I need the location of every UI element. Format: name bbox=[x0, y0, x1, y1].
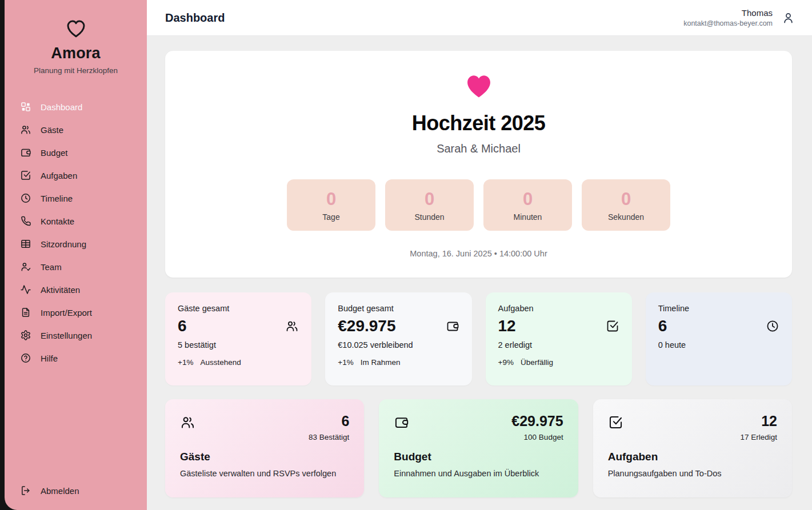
sidebar-item-dashboard[interactable]: Dashboard bbox=[5, 95, 147, 118]
file-text-icon bbox=[20, 307, 31, 318]
feature-description: Gästeliste verwalten und RSVPs verfolgen bbox=[180, 469, 349, 478]
check-square-icon bbox=[606, 319, 619, 333]
sidebar-item-hilfe[interactable]: Hilfe bbox=[5, 347, 147, 370]
sidebar-item-sitzordnung[interactable]: Sitzordnung bbox=[5, 232, 147, 255]
user-check-icon bbox=[20, 261, 31, 272]
stat-card-gaeste: Gäste gesamt 6 5 bestätigt +1%Ausstehend bbox=[165, 292, 311, 385]
feature-card-budget[interactable]: €29.975 100 Budget Budget Einnahmen und … bbox=[379, 399, 578, 497]
user-icon bbox=[782, 11, 795, 25]
countdown-value: 0 bbox=[523, 189, 533, 210]
sidebar-item-aktivitaeten[interactable]: Aktivitäten bbox=[5, 278, 147, 301]
clock-icon bbox=[20, 192, 31, 204]
sidebar: Amora Planung mit Herzklopfen Dashboard … bbox=[5, 0, 147, 510]
feature-card-gaeste[interactable]: 6 83 Bestätigt Gäste Gästeliste verwalte… bbox=[165, 399, 364, 497]
stat-label: Timeline bbox=[658, 304, 779, 313]
brand-name: Amora bbox=[5, 45, 147, 62]
sidebar-item-label: Team bbox=[41, 262, 62, 272]
sidebar-item-label: Aktivitäten bbox=[41, 285, 80, 295]
countdown-hours: 0 Stunden bbox=[385, 179, 474, 231]
sidebar-item-einstellungen[interactable]: Einstellungen bbox=[5, 324, 147, 347]
sidebar-item-kontakte[interactable]: Kontakte bbox=[5, 210, 147, 232]
sidebar-item-budget[interactable]: Budget bbox=[5, 141, 147, 164]
countdown-label: Minuten bbox=[514, 212, 542, 222]
stat-delta-label: Im Rahmen bbox=[361, 358, 401, 367]
wallet-icon bbox=[446, 319, 459, 333]
gear-icon bbox=[20, 330, 31, 341]
stat-delta-pct: +1% bbox=[338, 358, 353, 367]
feature-value: 12 bbox=[740, 413, 777, 429]
stat-sub: €10.025 verbleibend bbox=[338, 340, 459, 350]
stat-sub: 2 erledigt bbox=[498, 340, 619, 350]
user-menu[interactable]: Thomas kontakt@thomas-beyer.com bbox=[683, 8, 795, 27]
countdown-seconds: 0 Sekunden bbox=[582, 179, 670, 231]
check-square-icon bbox=[20, 170, 31, 181]
stat-label: Gäste gesamt bbox=[178, 304, 299, 313]
stat-sub: 5 bestätigt bbox=[178, 340, 299, 350]
feature-cards-row: 6 83 Bestätigt Gäste Gästeliste verwalte… bbox=[165, 399, 792, 497]
table-icon bbox=[20, 238, 31, 250]
wedding-datetime: Montag, 16. Juni 2025 • 14:00:00 Uhr bbox=[177, 249, 781, 258]
stat-delta: +1%Im Rahmen bbox=[338, 358, 459, 367]
check-square-icon bbox=[608, 415, 623, 430]
sidebar-item-label: Gäste bbox=[41, 125, 63, 135]
feature-sub: 100 Budget bbox=[511, 433, 563, 441]
feature-sub: 17 Erledigt bbox=[740, 433, 777, 441]
stat-value: 12 bbox=[498, 317, 516, 335]
sidebar-nav: Dashboard Gäste Budget Aufgaben Timeline… bbox=[5, 95, 147, 370]
stat-value: 6 bbox=[658, 317, 667, 335]
feature-title: Gäste bbox=[180, 451, 349, 463]
sidebar-item-label: Budget bbox=[41, 148, 68, 158]
heart-outline-icon bbox=[65, 17, 87, 40]
sidebar-item-label: Aufgaben bbox=[41, 171, 77, 180]
sidebar-item-label: Hilfe bbox=[41, 354, 58, 363]
wallet-icon bbox=[394, 415, 409, 430]
stat-value: €29.975 bbox=[338, 317, 395, 335]
app-window: Amora Planung mit Herzklopfen Dashboard … bbox=[0, 0, 812, 510]
sidebar-item-label: Kontakte bbox=[41, 216, 74, 226]
brand: Amora Planung mit Herzklopfen bbox=[5, 0, 147, 75]
people-icon bbox=[285, 319, 299, 333]
sidebar-item-gaeste[interactable]: Gäste bbox=[5, 118, 147, 141]
countdown-value: 0 bbox=[425, 189, 434, 210]
sidebar-item-import-export[interactable]: Import/Export bbox=[5, 301, 147, 324]
countdown-label: Stunden bbox=[414, 212, 444, 222]
user-email: kontakt@thomas-beyer.com bbox=[683, 19, 773, 27]
sidebar-item-label: Dashboard bbox=[41, 102, 82, 112]
logout-button[interactable]: Abmelden bbox=[5, 479, 147, 502]
feature-card-aufgaben[interactable]: 12 17 Erledigt Aufgaben Planungsaufgaben… bbox=[593, 399, 792, 497]
top-bar: Dashboard Thomas kontakt@thomas-beyer.co… bbox=[147, 0, 812, 36]
feature-title: Budget bbox=[394, 451, 563, 463]
stat-card-timeline: Timeline 6 0 heute bbox=[646, 292, 792, 385]
window-edge bbox=[0, 0, 5, 510]
countdown-label: Sekunden bbox=[608, 212, 644, 222]
stat-delta-pct: +1% bbox=[178, 358, 193, 367]
countdown-minutes: 0 Minuten bbox=[483, 179, 572, 231]
logout-icon bbox=[20, 485, 31, 496]
countdown-value: 0 bbox=[621, 189, 631, 210]
people-icon bbox=[20, 124, 31, 135]
stat-sub: 0 heute bbox=[658, 340, 779, 350]
stat-card-budget: Budget gesamt €29.975 €10.025 verbleiben… bbox=[325, 292, 471, 385]
sidebar-item-team[interactable]: Team bbox=[5, 255, 147, 278]
activity-icon bbox=[20, 284, 31, 295]
page-title: Dashboard bbox=[165, 11, 225, 25]
couple-names: Sarah & Michael bbox=[177, 142, 781, 155]
sidebar-item-timeline[interactable]: Timeline bbox=[5, 187, 147, 210]
brand-tagline: Planung mit Herzklopfen bbox=[5, 66, 147, 75]
feature-description: Planungsaufgaben und To-Dos bbox=[608, 469, 777, 478]
stat-delta-label: Ausstehend bbox=[200, 358, 241, 367]
feature-sub: 83 Bestätigt bbox=[309, 433, 349, 441]
sidebar-item-label: Timeline bbox=[41, 194, 73, 203]
stat-value: 6 bbox=[178, 317, 187, 335]
logout-label: Abmelden bbox=[41, 486, 79, 496]
help-circle-icon bbox=[20, 352, 31, 364]
stat-delta-label: Überfällig bbox=[521, 358, 553, 367]
stat-cards-row: Gäste gesamt 6 5 bestätigt +1%Ausstehend… bbox=[165, 292, 792, 385]
sidebar-item-aufgaben[interactable]: Aufgaben bbox=[5, 164, 147, 187]
stat-delta: +9%Überfällig bbox=[498, 358, 619, 367]
feature-value: €29.975 bbox=[511, 413, 563, 429]
people-icon bbox=[180, 415, 195, 430]
stat-card-aufgaben: Aufgaben 12 2 erledigt +9%Überfällig bbox=[486, 292, 632, 385]
sidebar-item-label: Sitzordnung bbox=[41, 239, 86, 249]
main-area: Dashboard Thomas kontakt@thomas-beyer.co… bbox=[147, 0, 812, 510]
